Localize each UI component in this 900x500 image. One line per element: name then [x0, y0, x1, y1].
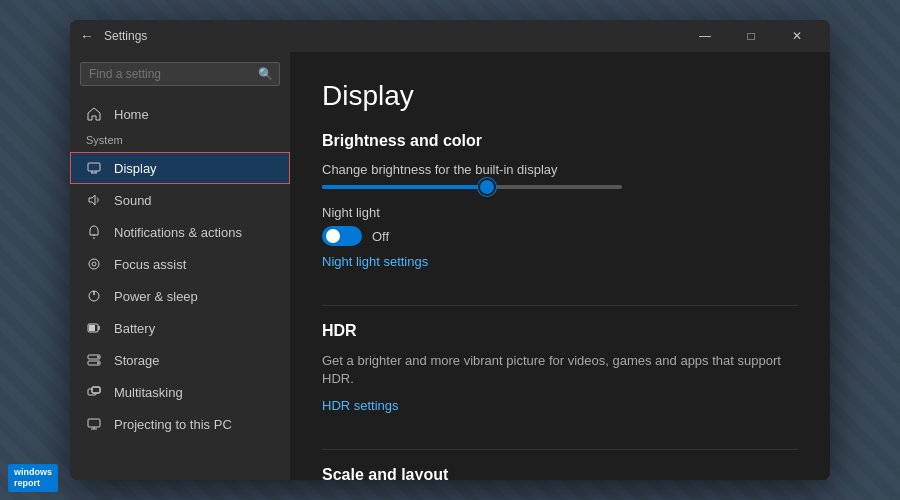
sidebar-item-notifications[interactable]: Notifications & actions: [70, 216, 290, 248]
watermark-logo: windowsreport: [8, 464, 58, 492]
brightness-label: Change brightness for the built-in displ…: [322, 162, 798, 177]
sound-icon: [86, 192, 102, 208]
sidebar-item-sound[interactable]: Sound: [70, 184, 290, 216]
home-icon: [86, 106, 102, 122]
divider-1: [322, 305, 798, 306]
maximize-button[interactable]: □: [728, 20, 774, 52]
sidebar-item-multitasking-label: Multitasking: [114, 385, 183, 400]
notifications-icon: [86, 224, 102, 240]
svg-point-16: [97, 356, 99, 358]
sidebar-item-projecting[interactable]: Projecting to this PC: [70, 408, 290, 440]
search-input[interactable]: [80, 62, 280, 86]
brightness-slider-container[interactable]: [322, 185, 798, 189]
titlebar: ← Settings — □ ✕: [70, 20, 830, 52]
hdr-settings-link[interactable]: HDR settings: [322, 398, 399, 413]
sidebar-item-notifications-label: Notifications & actions: [114, 225, 242, 240]
sidebar-item-focus-label: Focus assist: [114, 257, 186, 272]
sidebar: 🔍 Home System: [70, 52, 290, 480]
projecting-icon: [86, 416, 102, 432]
sidebar-item-storage[interactable]: Storage: [70, 344, 290, 376]
night-light-toggle-label: Off: [372, 229, 389, 244]
watermark-text: windowsreport: [14, 467, 52, 489]
sidebar-item-display[interactable]: Display: [70, 152, 290, 184]
night-light-toggle[interactable]: [322, 226, 362, 246]
window-controls: — □ ✕: [682, 20, 820, 52]
sidebar-item-projecting-label: Projecting to this PC: [114, 417, 232, 432]
svg-point-17: [97, 362, 99, 364]
divider-2: [322, 449, 798, 450]
night-light-toggle-row: Off: [322, 226, 798, 246]
slider-track[interactable]: [322, 185, 622, 189]
search-icon: 🔍: [258, 67, 273, 81]
sidebar-item-battery[interactable]: Battery: [70, 312, 290, 344]
titlebar-title: Settings: [104, 29, 682, 43]
night-light-label: Night light: [322, 205, 380, 220]
svg-point-8: [92, 262, 96, 266]
sidebar-item-focus[interactable]: Focus assist: [70, 248, 290, 280]
battery-icon: [86, 320, 102, 336]
watermark: windowsreport: [8, 464, 58, 492]
night-light-settings-link[interactable]: Night light settings: [322, 254, 428, 269]
power-icon: [86, 288, 102, 304]
sidebar-section-label: System: [70, 130, 290, 150]
search-container: 🔍: [80, 62, 280, 86]
page-title: Display: [322, 80, 798, 112]
svg-rect-19: [92, 387, 100, 393]
toggle-thumb: [326, 229, 340, 243]
slider-thumb[interactable]: [480, 180, 494, 194]
hdr-description: Get a brighter and more vibrant picture …: [322, 352, 798, 388]
minimize-button[interactable]: —: [682, 20, 728, 52]
multitasking-icon: [86, 384, 102, 400]
slider-fill: [322, 185, 487, 189]
night-light-row: Night light: [322, 205, 798, 220]
sidebar-item-display-label: Display: [114, 161, 157, 176]
sidebar-item-home[interactable]: Home: [70, 98, 290, 130]
display-icon: [86, 160, 102, 176]
scale-section-title: Scale and layout: [322, 466, 798, 480]
sidebar-item-storage-label: Storage: [114, 353, 160, 368]
svg-point-7: [89, 259, 99, 269]
sidebar-item-home-label: Home: [114, 107, 149, 122]
back-button[interactable]: ←: [80, 28, 94, 44]
svg-rect-12: [89, 325, 95, 331]
hdr-section-title: HDR: [322, 322, 798, 340]
sidebar-item-multitasking[interactable]: Multitasking: [70, 376, 290, 408]
main-layout: 🔍 Home System: [70, 52, 830, 480]
svg-rect-21: [88, 419, 100, 427]
brightness-section-title: Brightness and color: [322, 132, 798, 150]
sidebar-item-battery-label: Battery: [114, 321, 155, 336]
storage-icon: [86, 352, 102, 368]
svg-marker-4: [89, 195, 95, 205]
sidebar-item-sound-label: Sound: [114, 193, 152, 208]
svg-rect-0: [88, 163, 100, 171]
sidebar-item-power-label: Power & sleep: [114, 289, 198, 304]
sidebar-item-power[interactable]: Power & sleep: [70, 280, 290, 312]
focus-icon: [86, 256, 102, 272]
content-area: Display Brightness and color Change brig…: [290, 52, 830, 480]
close-button[interactable]: ✕: [774, 20, 820, 52]
settings-window: ← Settings — □ ✕ 🔍 Home Syste: [70, 20, 830, 480]
